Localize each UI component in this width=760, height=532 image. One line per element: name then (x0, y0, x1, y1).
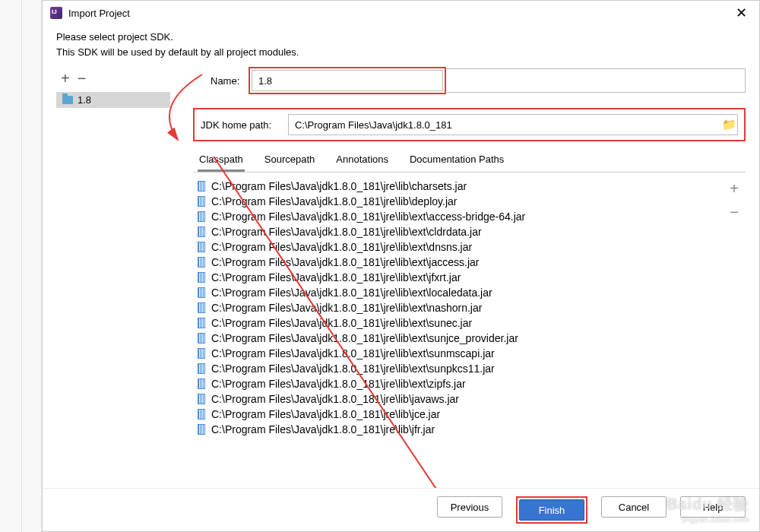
classpath-item[interactable]: C:\Program Files\Java\jdk1.8.0_181\jre\l… (193, 346, 723, 361)
name-label: Name: (193, 75, 249, 87)
classpath-item-path: C:\Program Files\Java\jdk1.8.0_181\jre\l… (211, 347, 495, 359)
classpath-item[interactable]: C:\Program Files\Java\jdk1.8.0_181\jre\l… (193, 376, 723, 391)
dialog-button-row: Previous Finish Cancel Help (43, 488, 759, 531)
classpath-item[interactable]: C:\Program Files\Java\jdk1.8.0_181\jre\l… (193, 255, 723, 270)
classpath-item[interactable]: C:\Program Files\Java\jdk1.8.0_181\jre\l… (193, 391, 723, 407)
tab-sourcepath[interactable]: Sourcepath (263, 149, 317, 172)
annotation-name-box (249, 67, 446, 94)
classpath-item-path: C:\Program Files\Java\jdk1.8.0_181\jre\l… (211, 241, 472, 253)
sdk-tree[interactable]: 1.8 (56, 92, 170, 488)
jar-icon (198, 287, 205, 298)
classpath-item[interactable]: C:\Program Files\Java\jdk1.8.0_181\jre\l… (193, 209, 723, 224)
classpath-item-path: C:\Program Files\Java\jdk1.8.0_181\jre\l… (211, 423, 435, 435)
jar-icon (198, 333, 205, 344)
classpath-item-path: C:\Program Files\Java\jdk1.8.0_181\jre\l… (211, 180, 467, 192)
annotation-finish-box: Finish (516, 496, 587, 524)
classpath-item[interactable]: C:\Program Files\Java\jdk1.8.0_181\jre\l… (193, 300, 723, 315)
jar-icon (198, 242, 205, 252)
jdk-home-label: JDK home path: (201, 119, 288, 131)
jar-icon (198, 424, 205, 435)
classpath-item[interactable]: C:\Program Files\Java\jdk1.8.0_181\jre\l… (193, 194, 723, 209)
jdk-home-input[interactable] (289, 115, 720, 135)
remove-sdk-button[interactable]: − (78, 70, 87, 87)
browse-folder-icon[interactable]: 📁 (720, 118, 737, 131)
classpath-item[interactable]: C:\Program Files\Java\jdk1.8.0_181\jre\l… (193, 422, 723, 437)
classpath-add-button[interactable]: + (730, 180, 739, 198)
jar-icon (198, 363, 205, 374)
classpath-item[interactable]: C:\Program Files\Java\jdk1.8.0_181\jre\l… (193, 179, 723, 194)
jar-icon (198, 196, 205, 207)
dialog-body: + − 1.8 Name: JDK home path: (43, 67, 759, 488)
intellij-app-icon (50, 7, 62, 19)
classpath-item-path: C:\Program Files\Java\jdk1.8.0_181\jre\l… (211, 393, 459, 405)
classpath-item-path: C:\Program Files\Java\jdk1.8.0_181\jre\l… (211, 256, 479, 268)
classpath-item-path: C:\Program Files\Java\jdk1.8.0_181\jre\l… (211, 332, 518, 344)
description-line-2: This SDK will be used by default by all … (56, 45, 746, 60)
previous-button[interactable]: Previous (437, 496, 502, 518)
add-sdk-button[interactable]: + (61, 70, 70, 87)
jar-icon (198, 181, 205, 192)
sdk-tree-item-label: 1.8 (78, 94, 91, 106)
sdk-list-panel: + − 1.8 (56, 67, 170, 488)
jar-icon (198, 409, 205, 420)
jar-icon (198, 394, 205, 404)
sdk-detail-panel: Name: JDK home path: 📁 Classpath Sourcep (170, 67, 746, 488)
classpath-item-path: C:\Program Files\Java\jdk1.8.0_181\jre\l… (211, 271, 461, 283)
description-line-1: Please select project SDK. (56, 30, 746, 45)
classpath-item-path: C:\Program Files\Java\jdk1.8.0_181\jre\l… (211, 408, 440, 420)
classpath-item-path: C:\Program Files\Java\jdk1.8.0_181\jre\l… (211, 302, 482, 314)
classpath-item[interactable]: C:\Program Files\Java\jdk1.8.0_181\jre\l… (193, 331, 723, 346)
help-button[interactable]: Help (680, 496, 746, 518)
jar-icon (198, 211, 205, 222)
classpath-item-path: C:\Program Files\Java\jdk1.8.0_181\jre\l… (211, 226, 482, 238)
titlebar: Import Project ✕ (43, 1, 759, 25)
folder-icon (62, 96, 73, 104)
classpath-list[interactable]: C:\Program Files\Java\jdk1.8.0_181\jre\l… (193, 176, 723, 488)
name-row: Name: (193, 67, 746, 94)
classpath-item[interactable]: C:\Program Files\Java\jdk1.8.0_181\jre\l… (193, 224, 723, 239)
jar-icon (198, 302, 205, 313)
classpath-side-toolbar: + − (723, 176, 746, 488)
jdk-home-input-wrap: 📁 (288, 114, 738, 135)
classpath-item[interactable]: C:\Program Files\Java\jdk1.8.0_181\jre\l… (193, 407, 723, 422)
import-project-dialog: Import Project ✕ Please select project S… (42, 0, 760, 532)
sdk-tree-item[interactable]: 1.8 (56, 92, 170, 108)
classpath-item[interactable]: C:\Program Files\Java\jdk1.8.0_181\jre\l… (193, 315, 723, 331)
sdk-toolbar: + − (56, 67, 170, 92)
close-icon[interactable]: ✕ (731, 5, 752, 21)
classpath-item-path: C:\Program Files\Java\jdk1.8.0_181\jre\l… (211, 378, 466, 390)
classpath-remove-button[interactable]: − (730, 204, 739, 221)
classpath-item-path: C:\Program Files\Java\jdk1.8.0_181\jre\l… (211, 317, 472, 329)
window-title: Import Project (68, 8, 130, 19)
jar-icon (198, 378, 205, 389)
jar-icon (198, 226, 205, 237)
sdk-tabs: Classpath Sourcepath Annotations Documen… (193, 149, 746, 173)
classpath-item[interactable]: C:\Program Files\Java\jdk1.8.0_181\jre\l… (193, 270, 723, 285)
jar-icon (198, 272, 205, 283)
classpath-item-path: C:\Program Files\Java\jdk1.8.0_181\jre\l… (211, 195, 457, 207)
jar-icon (198, 257, 205, 268)
classpath-item-path: C:\Program Files\Java\jdk1.8.0_181\jre\l… (211, 287, 492, 299)
tab-documentation[interactable]: Documentation Paths (408, 149, 505, 172)
classpath-item[interactable]: C:\Program Files\Java\jdk1.8.0_181\jre\l… (193, 285, 723, 300)
tab-classpath[interactable]: Classpath (198, 149, 245, 172)
cancel-button[interactable]: Cancel (601, 496, 667, 518)
classpath-area: C:\Program Files\Java\jdk1.8.0_181\jre\l… (193, 176, 746, 488)
classpath-item[interactable]: C:\Program Files\Java\jdk1.8.0_181\jre\l… (193, 239, 723, 255)
annotation-jdk-box: JDK home path: 📁 (193, 108, 746, 141)
editor-gutter-background (0, 0, 42, 532)
jar-icon (198, 348, 205, 359)
name-input-extension[interactable] (445, 68, 746, 93)
sdk-name-input[interactable] (252, 70, 443, 91)
classpath-item-path: C:\Program Files\Java\jdk1.8.0_181\jre\l… (211, 363, 495, 375)
finish-button[interactable]: Finish (519, 499, 584, 521)
jdk-home-row: JDK home path: 📁 (201, 114, 738, 135)
tab-annotations[interactable]: Annotations (334, 149, 390, 172)
classpath-item-path: C:\Program Files\Java\jdk1.8.0_181\jre\l… (211, 211, 525, 223)
jar-icon (198, 318, 205, 328)
dialog-description: Please select project SDK. This SDK will… (43, 25, 759, 67)
classpath-item[interactable]: C:\Program Files\Java\jdk1.8.0_181\jre\l… (193, 361, 723, 376)
